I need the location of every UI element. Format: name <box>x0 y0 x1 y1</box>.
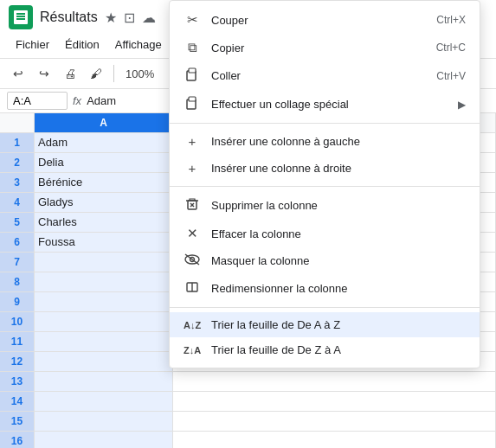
copier-shortcut: Ctrl+C <box>436 42 466 54</box>
collage-special-label: Effectuer un collage spécial <box>211 98 448 111</box>
inserer-droite-icon: + <box>184 161 201 176</box>
zoom-selector[interactable]: 100% <box>120 66 159 82</box>
table-row: 14 <box>0 392 496 412</box>
cell[interactable] <box>35 372 173 391</box>
row-number[interactable]: 5 <box>0 213 35 232</box>
coller-icon <box>184 67 201 84</box>
table-row: 16 <box>0 432 496 448</box>
context-menu-divider <box>170 307 480 308</box>
row-number[interactable]: 15 <box>0 412 35 431</box>
table-row: 15 <box>0 412 496 432</box>
row-number[interactable]: 14 <box>0 392 35 411</box>
app-icon <box>9 5 33 29</box>
row-number[interactable]: 13 <box>0 372 35 391</box>
undo-button[interactable]: ↩ <box>7 62 29 85</box>
masquer-colonne-icon <box>184 253 201 268</box>
cell[interactable] <box>35 332 173 351</box>
menu-fichier[interactable]: Fichier <box>9 35 56 54</box>
cell[interactable]: Charles <box>35 213 173 232</box>
inserer-gauche-icon: + <box>184 134 201 149</box>
masquer-colonne-label: Masquer la colonne <box>211 254 466 267</box>
context-menu-item-effacer-colonne[interactable]: ✕Effacer la colonne <box>170 220 480 247</box>
context-menu-item-redimensionner-colonne[interactable]: Redimensionner la colonne <box>170 274 480 303</box>
document-title[interactable]: Résultats <box>40 10 98 25</box>
row-number[interactable]: 10 <box>0 312 35 331</box>
cell[interactable]: Delia <box>35 153 173 172</box>
menu-affichage[interactable]: Affichage <box>108 35 169 54</box>
context-menu-item-copier[interactable]: ⧉CopierCtrl+C <box>170 34 480 61</box>
effacer-colonne-label: Effacer la colonne <box>211 227 466 240</box>
inserer-droite-label: Insérer une colonne à droite <box>211 162 466 175</box>
row-number[interactable]: 11 <box>0 332 35 351</box>
cell-empty <box>173 432 496 448</box>
cell[interactable] <box>35 412 173 431</box>
context-menu-item-inserer-droite[interactable]: +Insérer une colonne à droite <box>170 155 480 182</box>
cell[interactable]: Gladys <box>35 193 173 212</box>
cell[interactable]: Foussa <box>35 233 173 252</box>
context-menu: ✂CouperCtrl+X⧉CopierCtrl+CCollerCtrl+VEf… <box>169 0 480 368</box>
cell[interactable] <box>35 292 173 311</box>
couper-icon: ✂ <box>184 12 201 28</box>
star-icon[interactable]: ★ <box>105 10 117 26</box>
row-number[interactable]: 4 <box>0 193 35 212</box>
row-number[interactable]: 7 <box>0 253 35 272</box>
paint-button[interactable]: 🖌 <box>85 62 107 85</box>
cell[interactable]: Bérénice <box>35 173 173 192</box>
row-number[interactable]: 12 <box>0 352 35 371</box>
context-menu-item-masquer-colonne[interactable]: Masquer la colonne <box>170 247 480 274</box>
context-menu-item-coller[interactable]: CollerCtrl+V <box>170 61 480 90</box>
cell[interactable] <box>35 312 173 331</box>
context-menu-item-inserer-gauche[interactable]: +Insérer une colonne à gauche <box>170 128 480 155</box>
row-number[interactable]: 16 <box>0 432 35 448</box>
row-number[interactable]: 6 <box>0 233 35 252</box>
table-row: 13 <box>0 372 496 392</box>
cell-empty <box>173 412 496 431</box>
context-menu-item-trier-za[interactable]: Z↓ATrier la feuille de De Z à A <box>170 337 480 362</box>
context-menu-item-couper[interactable]: ✂CouperCtrl+X <box>170 6 480 34</box>
cell[interactable]: Adam <box>35 133 173 152</box>
cell[interactable] <box>35 272 173 291</box>
row-number[interactable]: 3 <box>0 173 35 192</box>
drive-icon[interactable]: ⊡ <box>124 10 135 26</box>
row-number[interactable]: 1 <box>0 133 35 152</box>
context-menu-divider <box>170 123 480 124</box>
copier-icon: ⧉ <box>184 40 201 55</box>
svg-rect-3 <box>189 97 196 101</box>
collage-special-icon <box>184 96 201 112</box>
collage-special-arrow: ▶ <box>458 99 466 111</box>
menu-edition[interactable]: Édition <box>58 35 106 54</box>
cell-reference-input[interactable] <box>7 92 68 110</box>
row-number[interactable]: 9 <box>0 292 35 311</box>
row-num-header <box>0 113 35 132</box>
trier-az-icon: A↓Z <box>184 320 201 330</box>
redimensionner-colonne-label: Redimensionner la colonne <box>211 282 466 295</box>
print-button[interactable]: 🖨 <box>59 62 81 85</box>
trier-za-icon: Z↓A <box>184 345 201 355</box>
coller-label: Coller <box>211 69 426 82</box>
svg-rect-1 <box>189 68 196 73</box>
title-icons: ★ ⊡ ☁ <box>105 10 156 26</box>
row-number[interactable]: 8 <box>0 272 35 291</box>
cloud-icon[interactable]: ☁ <box>142 10 156 26</box>
context-menu-item-supprimer-colonne[interactable]: Supprimer la colonne <box>170 191 480 220</box>
context-menu-item-collage-special[interactable]: Effectuer un collage spécial▶ <box>170 90 480 118</box>
fx-label: fx <box>73 94 81 107</box>
context-menu-divider <box>170 186 480 187</box>
cell[interactable] <box>35 392 173 411</box>
toolbar-divider <box>113 65 114 82</box>
copier-label: Copier <box>211 42 426 54</box>
coller-shortcut: Ctrl+V <box>436 70 466 82</box>
redo-button[interactable]: ↪ <box>33 62 55 85</box>
trier-za-label: Trier la feuille de De Z à A <box>211 343 466 356</box>
cell-empty <box>173 372 496 391</box>
inserer-gauche-label: Insérer une colonne à gauche <box>211 135 466 148</box>
context-menu-item-trier-az[interactable]: A↓ZTrier la feuille de De A à Z <box>170 312 480 337</box>
redimensionner-colonne-icon <box>184 280 201 297</box>
cell[interactable] <box>35 352 173 371</box>
trier-az-label: Trier la feuille de De A à Z <box>211 318 466 331</box>
cell[interactable] <box>35 253 173 272</box>
col-header-a[interactable]: A <box>35 113 173 132</box>
cell[interactable] <box>35 432 173 448</box>
row-number[interactable]: 2 <box>0 153 35 172</box>
couper-label: Couper <box>211 14 426 27</box>
